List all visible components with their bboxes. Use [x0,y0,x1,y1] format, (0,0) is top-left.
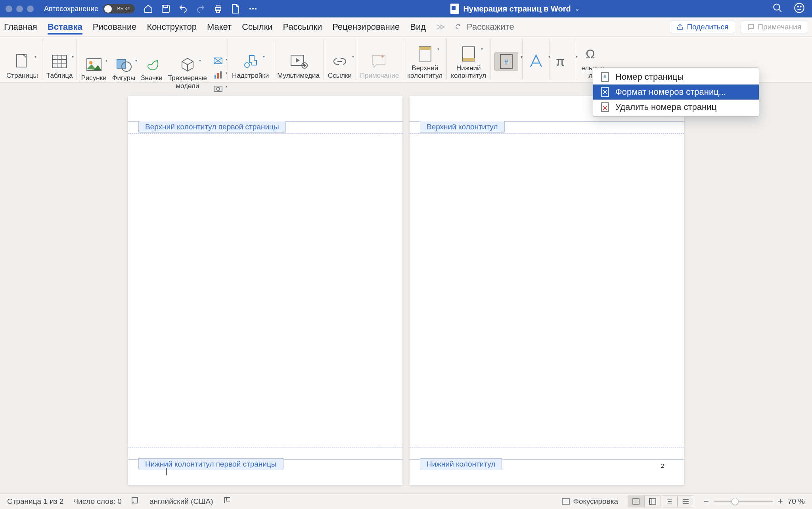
page-number-button[interactable]: # ▾ [494,52,518,71]
more-icon[interactable] [248,4,258,13]
status-language[interactable]: английский (США) [149,497,213,506]
equation-label [563,72,565,80]
svg-point-25 [245,63,249,67]
status-accessibility-icon[interactable] [223,496,232,507]
maximize-icon[interactable] [27,6,34,12]
document-title[interactable]: Нумерация страниц в Word ⌄ [261,4,769,14]
share-button[interactable]: Поделиться [670,21,735,33]
addins-button[interactable]: ▾ [241,52,260,71]
document-canvas[interactable]: Верхний колонтитул первой страницы Нижни… [0,83,812,493]
links-button[interactable]: ▾ [330,52,349,71]
save-icon[interactable] [161,4,170,13]
page1-header-label: Верхний колонтитул первой страницы [138,121,286,133]
tab-draw[interactable]: Рисование [93,22,137,32]
table-button[interactable]: ▾ [50,52,69,71]
zoom-in-button[interactable]: + [778,496,783,507]
tab-layout[interactable]: Макет [207,22,232,32]
tab-references[interactable]: Ссылки [242,22,272,32]
tab-mailings[interactable]: Рассылки [283,22,322,32]
svg-rect-22 [220,71,222,79]
table-label: Таблица [46,72,73,80]
status-focus[interactable]: Фокусировка [561,497,618,506]
chart-button[interactable]: ▾ [213,69,224,81]
view-web-layout[interactable] [644,496,661,507]
svg-rect-42 [633,499,639,504]
comments-button-label: Примечания [758,23,801,31]
svg-rect-15 [87,59,101,71]
smiley-icon[interactable] [794,2,805,15]
zoom-slider[interactable] [714,501,773,502]
minimize-icon[interactable] [16,6,23,12]
tab-home[interactable]: Главная [4,22,37,32]
close-icon[interactable] [6,6,12,12]
page-number-label [506,72,508,80]
status-page[interactable]: Страница 1 из 2 [7,497,63,506]
chevron-down-icon[interactable]: ⌄ [575,6,580,12]
symbol-button[interactable]: Ω [584,44,603,63]
screenshot-button[interactable]: ▾ [213,83,224,94]
status-words[interactable]: Число слов: 0 [73,497,122,506]
pictures-button[interactable]: ▾ Рисунки [81,56,106,82]
equation-button[interactable]: π ▾ [554,52,573,71]
home-icon[interactable] [144,4,153,13]
print-icon[interactable] [213,4,223,13]
footer-button[interactable]: ▾ [459,44,478,63]
media-label: Мультимедиа [277,72,320,80]
dropcap-button[interactable]: ▾ [527,52,546,71]
svg-rect-31 [463,58,475,61]
dropdown-item-label: Формат номеров страниц... [615,87,726,97]
zoom-value[interactable]: 70 % [788,497,805,506]
view-outline[interactable] [661,496,678,507]
header-label: Верхний колонтитул [407,64,442,80]
page-2[interactable]: Верхний колонтитул Нижний колонтитул 2 [410,96,684,485]
autosave-toggle[interactable]: ВЫКЛ. [103,4,135,13]
dropdown-item-page-number[interactable]: # Номер страницы [593,69,759,85]
search-icon[interactable] [772,3,783,15]
pages-button[interactable]: ▾ [13,52,32,71]
page2-number: 2 [661,463,664,469]
text-cursor [166,468,167,475]
undo-icon[interactable] [178,4,188,13]
dropdown-item-remove-page-numbers[interactable]: Удалить номера страниц [593,100,759,115]
tab-insert[interactable]: Вставка [48,22,82,35]
media-button[interactable] [289,52,308,71]
svg-point-27 [302,63,307,68]
svg-rect-32 [500,54,512,69]
tab-review[interactable]: Рецензирование [332,22,400,32]
tab-view[interactable]: Вид [410,22,426,32]
header-button[interactable]: ▾ [416,44,435,63]
footer-label: Нижний колонтитул [451,64,486,80]
page-number-dropdown: # Номер страницы Формат номеров страниц.… [593,67,759,117]
smartart-button[interactable]: ▾ [213,56,224,67]
overflow-chevrons-icon[interactable]: ≫ [436,22,445,32]
view-print-layout[interactable] [628,496,644,507]
redo-icon[interactable] [196,4,205,13]
remove-page-number-icon [600,102,610,112]
svg-rect-19 [214,58,222,63]
dropdown-item-label: Номер страницы [615,72,684,82]
status-spell-icon[interactable] [131,496,140,506]
view-draft[interactable] [678,496,694,507]
doc-icon [450,4,459,14]
svg-rect-44 [649,499,652,504]
icons-button[interactable]: Значки [141,56,163,82]
tell-me-label: Расскажите [467,22,514,32]
svg-point-10 [797,6,798,7]
tab-design[interactable]: Конструктор [147,22,196,32]
svg-rect-20 [214,75,216,79]
new-doc-icon[interactable] [231,4,240,13]
shapes-button[interactable]: ▾ Фигуры [112,56,136,82]
comments-button[interactable]: Примечания [741,21,808,33]
zoom-out-button[interactable]: − [704,496,709,507]
3d-models-button[interactable]: ▾ Трехмерные модели [168,56,207,90]
dropdown-item-format-page-numbers[interactable]: Формат номеров страниц... [593,85,759,100]
icons-label: Значки [141,74,163,82]
tell-me-search[interactable]: Расскажите [456,22,514,32]
svg-text:Ω: Ω [586,47,595,61]
comment-label: Примечание [360,72,399,80]
window-controls[interactable] [6,6,34,12]
svg-rect-28 [419,47,431,61]
svg-point-11 [800,6,801,7]
3d-models-label: Трехмерные модели [168,74,207,90]
page-1[interactable]: Верхний колонтитул первой страницы Нижни… [128,96,402,485]
